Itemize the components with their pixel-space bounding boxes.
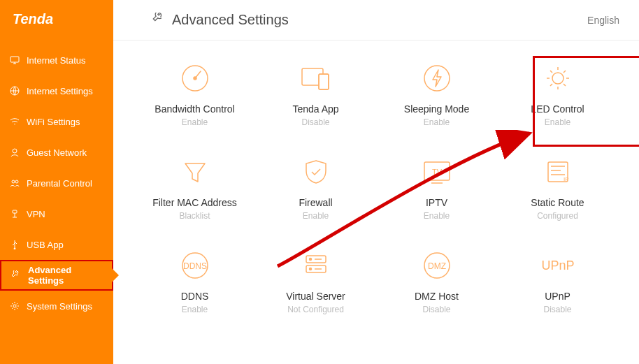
svg-point-6 bbox=[14, 248, 15, 249]
sidebar-item-label: Guest Network bbox=[27, 147, 87, 158]
svg-point-3 bbox=[12, 180, 15, 183]
sidebar-item-label: USB App bbox=[27, 240, 64, 250]
gauge-icon bbox=[141, 61, 248, 95]
card-status: Enable bbox=[383, 117, 490, 127]
card-status: Enable bbox=[262, 211, 369, 221]
sidebar-nav: Internet Status Internet Settings WiFi S… bbox=[0, 41, 113, 321]
card-status: Enable bbox=[504, 117, 611, 127]
upnp-icon: UPnP bbox=[504, 249, 611, 282]
card-status: Disable bbox=[383, 305, 490, 314]
card-title: Sleeping Mode bbox=[383, 103, 490, 115]
sidebar-item-label: Parental Control bbox=[27, 178, 92, 189]
svg-point-2 bbox=[13, 149, 17, 153]
card-status: Configured bbox=[504, 211, 611, 221]
devices-icon bbox=[262, 61, 369, 95]
brand-logo: Tenda bbox=[0, 0, 113, 41]
globe-icon bbox=[10, 86, 20, 96]
language-selector[interactable]: English bbox=[587, 15, 619, 26]
sidebar-item-advanced-settings[interactable]: Advanced Settings bbox=[0, 260, 113, 291]
sidebar-item-label: WiFi Settings bbox=[27, 117, 80, 127]
sidebar-item-system-settings[interactable]: System Settings bbox=[0, 291, 113, 321]
svg-point-24 bbox=[309, 268, 311, 270]
sidebar-item-internet-status[interactable]: Internet Status bbox=[0, 45, 113, 75]
svg-point-4 bbox=[15, 180, 18, 183]
sidebar-item-wifi-settings[interactable]: WiFi Settings bbox=[0, 106, 113, 137]
card-sleeping-mode[interactable]: Sleeping Mode Enable bbox=[383, 61, 490, 127]
server-icon bbox=[262, 249, 369, 282]
card-title: Firewall bbox=[262, 197, 369, 208]
shield-icon bbox=[262, 155, 369, 189]
card-status: Not Configured bbox=[262, 305, 369, 314]
sidebar: Tenda Internet Status Internet Settings bbox=[0, 0, 113, 364]
card-title: Filter MAC Address bbox=[141, 197, 248, 208]
card-firewall[interactable]: Firewall Enable bbox=[262, 155, 369, 221]
sidebar-item-label: Internet Settings bbox=[27, 86, 93, 96]
sidebar-item-label: Advanced Settings bbox=[28, 265, 103, 286]
gear-icon bbox=[10, 301, 20, 311]
svg-text:TV: TV bbox=[431, 168, 442, 176]
svg-rect-11 bbox=[319, 74, 329, 89]
card-static-route[interactable]: IP Static Route Configured bbox=[504, 155, 611, 221]
filter-icon bbox=[141, 155, 248, 189]
svg-point-13 bbox=[424, 66, 450, 91]
card-status: Blacklist bbox=[141, 211, 248, 221]
tv-icon: TV bbox=[383, 155, 490, 189]
usb-icon bbox=[10, 240, 20, 249]
card-status: Enable bbox=[141, 305, 248, 314]
sidebar-item-usb-app[interactable]: USB App bbox=[0, 229, 113, 260]
monitor-icon bbox=[10, 55, 20, 65]
card-status: Enable bbox=[141, 117, 248, 127]
page-title: Advanced Settings bbox=[172, 12, 289, 28]
card-status: Disable bbox=[262, 117, 369, 127]
vpn-icon bbox=[10, 209, 20, 219]
svg-rect-0 bbox=[10, 57, 19, 62]
brand-text: Tenda bbox=[13, 12, 53, 27]
card-led-control[interactable]: LED Control Enable bbox=[504, 61, 611, 127]
card-title: IPTV bbox=[383, 197, 490, 208]
main-content: Advanced Settings English Bandwidth Cont… bbox=[113, 0, 639, 364]
card-status: Enable bbox=[383, 211, 490, 221]
card-tenda-app[interactable]: Tenda App Disable bbox=[262, 61, 369, 127]
sidebar-item-label: Internet Status bbox=[27, 55, 86, 66]
card-iptv[interactable]: TV IPTV Enable bbox=[383, 155, 490, 221]
card-title: Static Route bbox=[504, 197, 611, 208]
svg-text:DDNS: DDNS bbox=[182, 261, 206, 271]
svg-point-23 bbox=[309, 259, 311, 261]
power-icon bbox=[383, 61, 490, 95]
svg-point-7 bbox=[13, 305, 16, 307]
svg-text:IP: IP bbox=[563, 176, 569, 182]
ddns-icon: DDNS bbox=[141, 249, 248, 282]
card-title: UPnP bbox=[504, 291, 611, 302]
card-virtual-server[interactable]: Virtual Server Not Configured bbox=[262, 249, 369, 314]
sidebar-item-label: System Settings bbox=[27, 301, 92, 312]
card-upnp[interactable]: UPnP UPnP Disable bbox=[504, 249, 611, 314]
svg-text:DMZ: DMZ bbox=[428, 261, 446, 271]
svg-rect-5 bbox=[13, 210, 17, 213]
sidebar-item-vpn[interactable]: VPN bbox=[0, 198, 113, 229]
card-bandwidth-control[interactable]: Bandwidth Control Enable bbox=[141, 61, 248, 127]
sidebar-item-parental-control[interactable]: Parental Control bbox=[0, 168, 113, 198]
card-title: Bandwidth Control bbox=[141, 103, 248, 115]
sidebar-item-guest-network[interactable]: Guest Network bbox=[0, 137, 113, 168]
sidebar-item-label: VPN bbox=[27, 209, 45, 219]
wrench-icon bbox=[11, 270, 21, 280]
dmz-icon: DMZ bbox=[383, 249, 490, 282]
card-title: DMZ Host bbox=[383, 291, 490, 302]
user-icon bbox=[10, 147, 20, 157]
card-title: Virtual Server bbox=[262, 291, 369, 302]
svg-point-14 bbox=[552, 73, 563, 84]
settings-grid: Bandwidth Control Enable Tenda App Disab… bbox=[113, 41, 639, 314]
bulb-icon bbox=[504, 61, 611, 95]
page-header: Advanced Settings English bbox=[113, 0, 639, 41]
card-title: Tenda App bbox=[262, 103, 369, 115]
svg-point-9 bbox=[194, 77, 196, 80]
card-dmz-host[interactable]: DMZ DMZ Host Disable bbox=[383, 249, 490, 314]
card-title: LED Control bbox=[504, 103, 611, 115]
users-icon bbox=[10, 178, 20, 188]
card-title: DDNS bbox=[141, 291, 248, 302]
card-status: Disable bbox=[504, 305, 611, 314]
wifi-icon bbox=[10, 117, 20, 126]
sidebar-item-internet-settings[interactable]: Internet Settings bbox=[0, 75, 113, 106]
card-ddns[interactable]: DDNS DDNS Enable bbox=[141, 249, 248, 314]
card-filter-mac-address[interactable]: Filter MAC Address Blacklist bbox=[141, 155, 248, 221]
